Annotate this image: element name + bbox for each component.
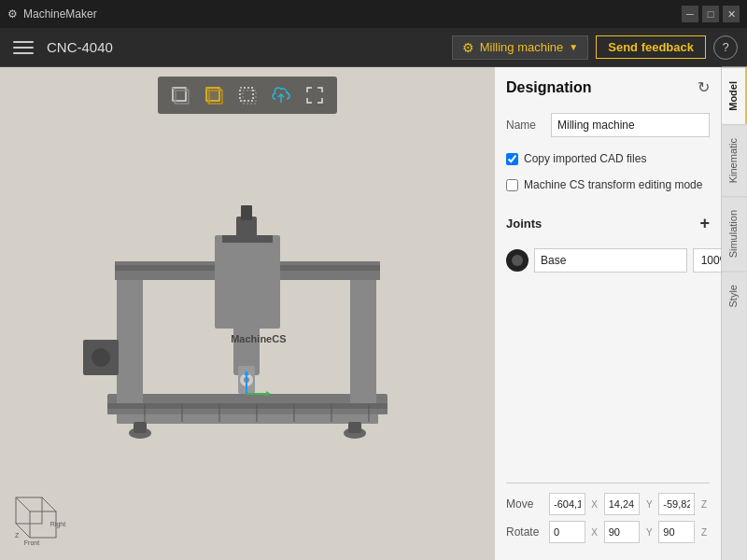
name-field-row: Name <box>506 113 710 137</box>
rotate-y-axis-label: Y <box>643 527 655 538</box>
reset-button[interactable]: ↻ <box>698 78 710 96</box>
view-isometric-button[interactable] <box>199 80 229 110</box>
view-front-button[interactable] <box>165 80 195 110</box>
svg-line-49 <box>16 497 30 511</box>
machine-cs-row: Machine CS transform editing mode <box>506 178 710 191</box>
titlebar: ⚙ MachineMaker ─ □ ✕ <box>0 0 747 28</box>
minimize-button[interactable]: ─ <box>682 6 698 22</box>
copy-cad-checkbox[interactable] <box>506 153 518 165</box>
move-x-input[interactable] <box>549 493 585 515</box>
menubar: CNC-4040 ⚙ Milling machine ▼ Send feedba… <box>0 28 747 67</box>
move-label: Move <box>506 497 545 511</box>
svg-point-27 <box>92 348 110 367</box>
restore-button[interactable]: □ <box>702 6 719 22</box>
spacer <box>506 282 710 473</box>
side-panel: Designation ↻ Name Copy imported CAD fil… <box>495 67 747 560</box>
maximize-view-button[interactable] <box>300 80 330 110</box>
panel-title: Designation <box>506 79 592 96</box>
move-y-axis-label: Y <box>643 499 655 510</box>
rotate-z-axis-label: Z <box>698 527 710 538</box>
svg-rect-42 <box>241 205 252 220</box>
add-joint-button[interactable]: + <box>699 214 710 233</box>
move-z-input[interactable] <box>658 493 695 515</box>
rotate-label: Rotate <box>506 525 545 539</box>
svg-line-50 <box>42 497 56 511</box>
svg-rect-39 <box>134 422 147 433</box>
joints-section-header: Joints + <box>506 214 710 233</box>
copy-cad-label: Copy imported CAD files <box>524 152 646 165</box>
tab-style[interactable]: Style <box>722 271 747 320</box>
panel-header: Designation ↻ <box>506 78 710 96</box>
joint-row: 👁 <box>506 248 710 273</box>
rotate-x-axis-label: X <box>589 527 600 538</box>
hamburger-line <box>13 41 34 43</box>
tab-model[interactable]: Model <box>722 67 747 124</box>
viewport[interactable]: MachineCS Front Right Z <box>0 67 495 560</box>
svg-text:Right: Right <box>50 521 65 528</box>
svg-point-55 <box>512 255 523 266</box>
tab-kinematic[interactable]: Kinematic <box>722 124 747 196</box>
rotate-x-input[interactable] <box>549 521 585 543</box>
machine-selector[interactable]: ⚙ Milling machine ▼ <box>452 35 589 60</box>
svg-rect-10 <box>240 88 253 101</box>
svg-text:Front: Front <box>24 539 39 546</box>
hamburger-line <box>13 47 34 49</box>
axis-indicator: Front Right Z <box>11 493 67 549</box>
svg-rect-17 <box>350 273 376 408</box>
rotate-row: Rotate X Y Z <box>506 521 710 543</box>
machine-selector-label: Milling machine <box>480 40 564 54</box>
name-input[interactable] <box>551 113 710 137</box>
svg-rect-28 <box>107 403 388 409</box>
tab-simulation[interactable]: Simulation <box>722 196 747 271</box>
view-wireframe-button[interactable] <box>233 80 262 110</box>
svg-rect-40 <box>348 422 361 433</box>
hamburger-line <box>13 52 34 54</box>
machine-cs-transform-label: Machine CS transform editing mode <box>524 178 702 191</box>
upload-cloud-button[interactable] <box>266 80 296 110</box>
titlebar-left: ⚙ MachineMaker <box>7 7 97 21</box>
name-label: Name <box>506 119 543 132</box>
help-button[interactable]: ? <box>713 35 738 60</box>
tab-strip: Model Kinematic Simulation Style <box>721 67 747 560</box>
panel-content: Designation ↻ Name Copy imported CAD fil… <box>495 67 721 560</box>
project-title: CNC-4040 <box>47 39 113 55</box>
svg-rect-1 <box>176 91 189 104</box>
joint-color-indicator <box>506 249 529 272</box>
svg-text:Z: Z <box>15 532 20 539</box>
app-name: MachineMaker <box>23 7 97 21</box>
hamburger-menu[interactable] <box>9 34 37 62</box>
dropdown-arrow-icon: ▼ <box>569 42 578 52</box>
move-x-axis-label: X <box>589 499 600 510</box>
joint-pct-input[interactable] <box>693 248 721 273</box>
toolbar <box>158 77 337 114</box>
cnc-machine-illustration <box>70 179 425 478</box>
move-z-axis-label: Z <box>698 499 710 510</box>
titlebar-controls: ─ □ ✕ <box>682 6 740 22</box>
send-feedback-button[interactable]: Send feedback <box>596 35 706 59</box>
app-icon: ⚙ <box>7 7 18 21</box>
svg-rect-16 <box>117 273 143 408</box>
move-row: Move X Y Z <box>506 493 710 515</box>
copy-cad-row: Copy imported CAD files <box>506 152 710 165</box>
machine-cs-checkbox[interactable] <box>506 179 518 191</box>
svg-rect-20 <box>215 235 280 329</box>
machine-icon: ⚙ <box>462 40 474 55</box>
rotate-z-input[interactable] <box>658 521 695 543</box>
menubar-right: ⚙ Milling machine ▼ Send feedback ? <box>452 35 738 60</box>
joints-title: Joints <box>506 217 542 231</box>
rotate-y-input[interactable] <box>604 521 641 543</box>
transform-section: Move X Y Z Rotate X Y Z <box>506 483 710 549</box>
move-y-input[interactable] <box>604 493 641 515</box>
svg-rect-11 <box>243 91 256 104</box>
svg-rect-29 <box>107 411 388 414</box>
joint-name-input[interactable] <box>534 248 687 273</box>
main-content: MachineCS Front Right Z Designation <box>0 67 747 560</box>
close-button[interactable]: ✕ <box>723 6 740 22</box>
